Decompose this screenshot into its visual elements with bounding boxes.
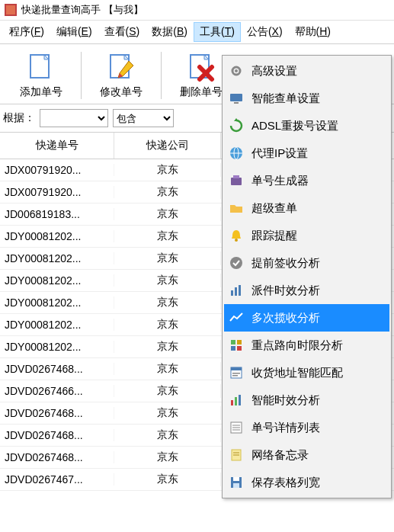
menu-item-save[interactable]: 保存表格列宽 [224, 469, 389, 496]
menubar: 程序(F)编辑(E)查看(S)数据(B)工具(T)公告(X)帮助(H) [0, 21, 394, 44]
cell-company: 京东 [114, 318, 221, 332]
column-header-number[interactable]: 快递单号 [0, 133, 114, 159]
menu-item-monitor[interactable]: 智能查单设置 [224, 85, 389, 112]
cell-number: JDY00081202... [0, 252, 114, 264]
menu-item-chart-line[interactable]: 多次揽收分析 [224, 304, 389, 332]
filter-field-select[interactable] [40, 109, 108, 127]
note-icon [229, 447, 244, 463]
svg-rect-24 [231, 367, 242, 370]
menu-h[interactable]: 帮助(H) [289, 22, 337, 42]
cell-company: 京东 [114, 428, 221, 442]
svg-rect-22 [237, 346, 242, 351]
menu-s[interactable]: 查看(S) [98, 22, 146, 42]
cell-number: JDY00081202... [0, 319, 114, 331]
cell-number: JDY00081202... [0, 341, 114, 353]
menu-item-chart-bar[interactable]: 派件时效分析 [224, 277, 389, 304]
edit-number-button[interactable]: 修改单号 [83, 49, 159, 102]
tool-label: 修改单号 [100, 85, 143, 99]
cell-company: 京东 [114, 163, 221, 177]
cell-company: 京东 [114, 274, 221, 287]
menu-item-bell[interactable]: 跟踪提醒 [224, 222, 389, 249]
menu-item-label: 保存表格列宽 [251, 476, 320, 490]
address-icon [229, 365, 244, 380]
menu-item-label: 代理IP设置 [251, 146, 308, 161]
menu-item-label: 单号详情列表 [251, 421, 320, 435]
svg-rect-16 [231, 290, 233, 296]
menu-item-label: 网络备忘录 [251, 448, 309, 463]
menu-item-label: 高级设置 [251, 64, 297, 79]
cell-number: JD006819183... [0, 208, 114, 220]
cell-company: 京东 [114, 229, 221, 243]
menu-t[interactable]: 工具(T) [194, 22, 241, 42]
svg-rect-27 [231, 400, 233, 405]
menu-e[interactable]: 编辑(E) [50, 22, 98, 42]
menu-x[interactable]: 公告(X) [241, 22, 289, 42]
cell-company: 京东 [114, 384, 221, 398]
svg-rect-17 [235, 287, 237, 296]
menu-item-label: 智能查单设置 [251, 91, 320, 106]
edit-number-icon [106, 52, 136, 82]
menu-item-label: 收货地址智能匹配 [251, 366, 343, 380]
menu-item-globe[interactable]: 代理IP设置 [224, 139, 389, 167]
menu-item-label: 重点路向时限分析 [251, 338, 343, 353]
svg-rect-1 [6, 5, 15, 14]
menu-item-label: 多次揽收分析 [251, 311, 320, 325]
svg-rect-38 [233, 477, 239, 481]
menu-item-label: 提前签收分析 [251, 256, 320, 271]
cell-company: 京东 [114, 296, 221, 309]
cell-number: JDX00791920... [0, 186, 114, 198]
monitor-icon [229, 91, 244, 106]
svg-rect-13 [233, 175, 239, 178]
menu-item-note[interactable]: 网络备忘录 [224, 441, 389, 469]
svg-rect-39 [233, 483, 239, 488]
filter-label: 根据： [3, 111, 35, 125]
menu-item-refresh[interactable]: ADSL重拨号设置 [224, 112, 389, 139]
app-icon [5, 4, 17, 16]
menu-item-grid[interactable]: 重点路向时限分析 [224, 332, 389, 359]
menu-item-check[interactable]: 提前签收分析 [224, 249, 389, 277]
svg-rect-18 [239, 285, 241, 296]
menu-item-folder[interactable]: 超级查单 [224, 194, 389, 222]
svg-rect-29 [239, 395, 241, 405]
cell-number: JDVD0267467... [0, 473, 114, 486]
cell-company: 京东 [114, 185, 221, 199]
titlebar: 快递批量查询高手 【与我】 [0, 0, 394, 21]
svg-point-6 [235, 69, 238, 72]
list-icon [229, 420, 244, 435]
menu-item-list[interactable]: 单号详情列表 [224, 414, 389, 441]
tools-menu-dropdown: 高级设置智能查单设置ADSL重拨号设置代理IP设置单号生成器超级查单跟踪提醒提前… [222, 55, 392, 498]
add-number-icon [26, 52, 56, 82]
chart-color-icon [229, 393, 244, 408]
menu-item-label: 超级查单 [251, 201, 297, 216]
menu-f[interactable]: 程序(F) [3, 22, 50, 42]
add-number-button[interactable]: 添加单号 [3, 49, 79, 102]
svg-point-14 [235, 239, 238, 242]
menu-item-gear[interactable]: 高级设置 [224, 57, 389, 85]
cell-company: 京东 [114, 340, 221, 354]
menu-b[interactable]: 数据(B) [146, 22, 194, 42]
folder-icon [229, 200, 244, 216]
grid-icon [229, 338, 244, 353]
cell-number: JDVD0267468... [0, 451, 114, 463]
delete-number-icon [186, 52, 216, 82]
svg-rect-28 [235, 397, 237, 405]
filter-op-select[interactable]: 包含 [113, 109, 174, 127]
tool-label: 删除单号 [180, 85, 223, 99]
menu-item-chart-color[interactable]: 智能时效分析 [224, 386, 389, 414]
menu-item-label: 智能时效分析 [251, 393, 320, 408]
chart-line-icon [229, 310, 244, 325]
column-header-company[interactable]: 快递公司 [114, 133, 221, 159]
cell-number: JDY00081202... [0, 296, 114, 309]
chart-bar-icon [229, 283, 244, 298]
menu-item-generator[interactable]: 单号生成器 [224, 167, 389, 194]
cell-number: JDY00081202... [0, 274, 114, 287]
cell-company: 京东 [114, 252, 221, 265]
svg-point-15 [230, 257, 242, 269]
cell-number: JDVD0267468... [0, 363, 114, 375]
menu-item-label: 跟踪提醒 [251, 229, 297, 243]
check-icon [229, 255, 244, 271]
generator-icon [229, 173, 244, 188]
menu-item-address[interactable]: 收货地址智能匹配 [224, 359, 389, 386]
svg-rect-12 [231, 178, 242, 185]
cell-company: 京东 [114, 207, 221, 221]
